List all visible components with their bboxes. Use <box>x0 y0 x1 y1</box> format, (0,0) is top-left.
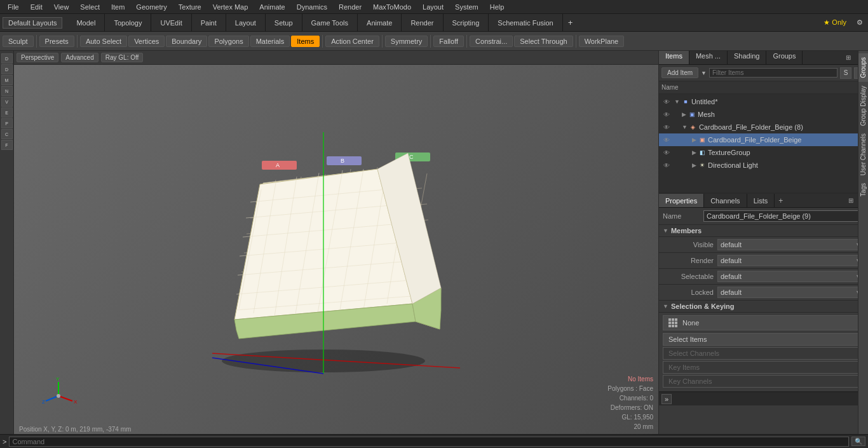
command-search-button[interactable]: 🔍 <box>851 437 865 446</box>
left-tool-6[interactable]: E <box>1 107 13 118</box>
left-tool-9[interactable]: F <box>1 140 13 150</box>
left-tool-1[interactable]: D <box>1 53 13 64</box>
menu-system[interactable]: System <box>450 2 484 12</box>
tree-item-mesh[interactable]: 👁 ▶ ▣ Mesh <box>659 108 868 121</box>
viewport-raygl-btn[interactable]: Ray GL: Off <box>101 53 144 62</box>
menu-geometry[interactable]: Geometry <box>131 2 172 12</box>
eye-icon-mesh[interactable]: 👁 <box>661 109 672 119</box>
tree-item-untitled[interactable]: 👁 ▼ ■ Untitled* <box>659 95 868 108</box>
select-through-button[interactable]: Select Through <box>514 36 573 47</box>
select-items-button[interactable]: Select Items <box>663 333 864 346</box>
key-channels-button[interactable]: Key Channels <box>663 375 864 388</box>
props-tab-lists[interactable]: Lists <box>747 194 775 207</box>
eye-icon-cardboard-group[interactable]: 👁 <box>661 122 672 132</box>
menu-help[interactable]: Help <box>485 2 510 12</box>
side-tab-user-channels[interactable]: User Channels <box>858 130 868 179</box>
items-tab-items[interactable]: Items <box>659 51 689 64</box>
props-expand-icon[interactable]: ⊞ <box>846 196 855 205</box>
workplane-button[interactable]: WorkPlane <box>579 36 625 47</box>
none-button[interactable]: None <box>663 315 864 330</box>
key-items-button[interactable]: Key Items <box>663 361 864 374</box>
tree-item-cardboard-item[interactable]: 👁 ▶ ▣ Cardboard_File_Folder_Beige <box>659 133 868 146</box>
layout-dropdown[interactable]: Default Layouts <box>3 17 62 29</box>
action-center-button[interactable]: Action Center <box>325 36 379 47</box>
left-tool-7[interactable]: P <box>1 118 13 128</box>
viewport-canvas[interactable]: A B C <box>14 65 658 434</box>
filter-items-input[interactable] <box>709 68 837 78</box>
tab-schematic[interactable]: Schematic Fusion <box>489 14 562 31</box>
tab-render[interactable]: Render <box>402 14 443 31</box>
tree-item-dir-light[interactable]: 👁 ▶ ☀ Directional Light <box>659 159 868 172</box>
boundary-button[interactable]: Boundary <box>166 36 207 47</box>
left-tool-4[interactable]: N <box>1 86 13 96</box>
tree-item-cardboard-group[interactable]: 👁 ▼ ◈ Cardboard_File_Folder_Beige (8) <box>659 121 868 133</box>
left-tool-3[interactable]: M <box>1 75 13 85</box>
tab-game-tools[interactable]: Game Tools <box>302 14 358 31</box>
members-section-header[interactable]: ▼ Members <box>659 225 868 237</box>
menu-layout[interactable]: Layout <box>417 2 449 12</box>
props-tab-channels[interactable]: Channels <box>704 194 747 207</box>
tab-paint[interactable]: Paint <box>192 14 226 31</box>
tab-layout[interactable]: Layout <box>226 14 266 31</box>
sculpt-button[interactable]: Sculpt <box>3 36 34 47</box>
items-expand-icon[interactable]: ⊞ <box>842 53 855 62</box>
render-dropdown[interactable]: default ▼ <box>717 255 864 266</box>
menu-vertex-map[interactable]: Vertex Map <box>208 2 254 12</box>
eye-icon-dir-light[interactable]: 👁 <box>661 160 672 170</box>
side-tab-groups[interactable]: Groups <box>858 53 868 82</box>
menu-texture[interactable]: Texture <box>173 2 207 12</box>
falloff-button[interactable]: Falloff <box>433 36 464 47</box>
eye-icon-untitled[interactable]: 👁 <box>661 97 672 107</box>
menu-edit[interactable]: Edit <box>25 2 48 12</box>
menu-animate[interactable]: Animate <box>254 2 290 12</box>
selectable-dropdown[interactable]: default ▼ <box>717 271 864 282</box>
add-item-button[interactable]: Add Item <box>661 67 698 78</box>
menu-item[interactable]: Item <box>106 2 130 12</box>
viewport-advanced-btn[interactable]: Advanced <box>61 53 98 62</box>
materials-button[interactable]: Materials <box>250 36 290 47</box>
items-toolbar-s[interactable]: S <box>840 67 851 79</box>
items-tab-shading[interactable]: Shading <box>728 51 766 64</box>
add-tab-button[interactable]: + <box>563 15 578 30</box>
side-tab-group-display[interactable]: Group Display <box>858 82 868 130</box>
polygons-button[interactable]: Polygons <box>208 36 248 47</box>
locked-dropdown[interactable]: default ▼ <box>717 287 864 298</box>
side-tab-tags[interactable]: Tags <box>858 179 868 200</box>
left-tool-2[interactable]: D <box>1 64 13 74</box>
name-input[interactable] <box>703 210 864 222</box>
visible-dropdown[interactable]: default ▼ <box>717 239 864 250</box>
menu-file[interactable]: File <box>3 2 24 12</box>
tab-setup[interactable]: Setup <box>266 14 302 31</box>
tab-scripting[interactable]: Scripting <box>444 14 489 31</box>
tab-model[interactable]: Model <box>67 14 105 31</box>
tab-uvedit[interactable]: UVEdit <box>151 14 191 31</box>
menu-dynamics[interactable]: Dynamics <box>292 2 332 12</box>
viewport-mode-btn[interactable]: Perspective <box>17 53 58 62</box>
auto-select-button[interactable]: Auto Select <box>80 36 127 47</box>
constraints-button[interactable]: Constrai... <box>470 36 513 47</box>
presets-button[interactable]: Presets <box>39 36 74 47</box>
tab-topology[interactable]: Topology <box>105 14 151 31</box>
vertices-button[interactable]: Vertices <box>128 36 165 47</box>
settings-icon[interactable]: ⚙ <box>851 17 868 28</box>
menu-view[interactable]: View <box>49 2 74 12</box>
select-channels-button[interactable]: Select Channels <box>663 347 864 360</box>
tab-animate[interactable]: Animate <box>358 14 402 31</box>
props-tab-add[interactable]: + <box>775 195 787 207</box>
eye-icon-texture-group[interactable]: 👁 <box>661 147 672 158</box>
command-input[interactable] <box>9 437 849 447</box>
viewport[interactable]: Perspective Advanced Ray GL: Off <box>14 51 658 434</box>
sel-keying-section-header[interactable]: ▼ Selection & Keying <box>659 301 868 313</box>
tree-item-texture-group[interactable]: 👁 ▶ ◧ TextureGroup <box>659 146 868 159</box>
items-tab-mesh[interactable]: Mesh ... <box>689 51 728 64</box>
menu-max-to-modo[interactable]: MaxToModo <box>368 2 416 12</box>
menu-select[interactable]: Select <box>75 2 105 12</box>
menu-render[interactable]: Render <box>334 2 367 12</box>
props-tab-properties[interactable]: Properties <box>659 194 704 207</box>
items-button[interactable]: Items <box>291 36 320 47</box>
symmetry-button[interactable]: Symmetry <box>385 36 428 47</box>
left-tool-8[interactable]: C <box>1 129 13 139</box>
eye-icon-cardboard-item[interactable]: 👁 <box>661 135 672 145</box>
left-tool-5[interactable]: V <box>1 97 13 107</box>
expand-right-button[interactable]: » <box>661 394 672 404</box>
